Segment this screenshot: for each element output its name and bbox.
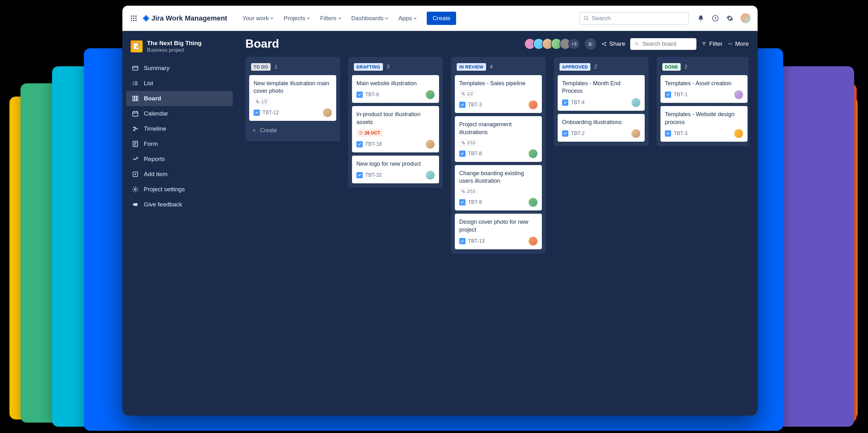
help-icon[interactable]: ? bbox=[711, 14, 720, 23]
list-icon bbox=[132, 80, 139, 87]
project-header[interactable]: 📝 The Next Big Thing Business project bbox=[126, 40, 233, 61]
issue-key[interactable]: TBT-3 bbox=[459, 102, 482, 108]
board-column: TO DO1New template illustration main cov… bbox=[245, 57, 340, 141]
app-switcher-icon[interactable] bbox=[129, 13, 139, 23]
add-person-button[interactable] bbox=[585, 38, 596, 50]
notifications-icon[interactable] bbox=[696, 14, 705, 23]
card-footer: TBT-6 bbox=[356, 90, 435, 99]
issue-card[interactable]: New logo for new productTBT-32 bbox=[352, 155, 439, 183]
assignee-avatar[interactable] bbox=[529, 198, 537, 207]
assignee-avatar[interactable] bbox=[734, 90, 743, 99]
more-button[interactable]: More bbox=[727, 40, 749, 47]
profile-avatar[interactable] bbox=[740, 12, 751, 24]
sidebar-item-feedback[interactable]: Give feedback bbox=[126, 197, 233, 212]
card-footer: TBT-2 bbox=[562, 129, 640, 138]
sidebar-item-summary[interactable]: Summary bbox=[126, 61, 233, 76]
issue-key[interactable]: TBT-18 bbox=[356, 141, 382, 147]
issue-key[interactable]: TBT-32 bbox=[356, 172, 382, 178]
nav-apps[interactable]: Apps bbox=[394, 12, 421, 24]
sidebar-item-board[interactable]: Board bbox=[126, 91, 233, 106]
issue-key[interactable]: TBT-3 bbox=[665, 131, 688, 137]
issue-key[interactable]: TBT-4 bbox=[562, 99, 585, 106]
global-search[interactable]: Search bbox=[579, 12, 689, 25]
subtask-icon bbox=[461, 92, 465, 96]
filter-button[interactable]: Filter bbox=[702, 40, 722, 47]
assignee-avatar[interactable] bbox=[631, 129, 640, 138]
create-issue-button[interactable]: Create bbox=[249, 124, 336, 137]
svg-line-37 bbox=[603, 44, 605, 45]
nav-filters[interactable]: Filters bbox=[316, 12, 346, 24]
assignee-avatar[interactable] bbox=[529, 149, 537, 158]
issue-card[interactable]: Templates - Month End ProcessTBT-4 bbox=[558, 75, 645, 111]
task-type-icon bbox=[562, 131, 568, 137]
issue-key[interactable]: TBT-9 bbox=[459, 199, 482, 205]
column-header[interactable]: IN REVIEW4 bbox=[455, 61, 542, 72]
column-header[interactable]: TO DO1 bbox=[249, 61, 336, 72]
svg-point-30 bbox=[589, 42, 591, 44]
svg-rect-14 bbox=[137, 96, 138, 101]
column-header[interactable]: DONE2 bbox=[660, 61, 747, 72]
settings-icon[interactable] bbox=[725, 14, 734, 23]
assignee-avatar[interactable] bbox=[529, 100, 537, 109]
issue-card[interactable]: In-product tour illustration assets28 OC… bbox=[352, 106, 439, 152]
sidebar-item-calendar[interactable]: Calendar bbox=[126, 106, 233, 121]
sidebar-item-form[interactable]: Form bbox=[126, 136, 233, 151]
issue-card[interactable]: Onboarding illustrationsTBT-2 bbox=[558, 114, 645, 142]
sidebar-item-reports[interactable]: Reports bbox=[126, 151, 233, 167]
issue-card[interactable]: Templates - Asset creationTBT-1 bbox=[660, 75, 747, 103]
issue-key[interactable]: TBT-6 bbox=[356, 91, 379, 98]
sidebar-label: Form bbox=[144, 140, 158, 147]
issue-card[interactable]: Project management illustrations2/10TBT-… bbox=[455, 116, 542, 162]
due-date-badge: 28 OCT bbox=[356, 129, 382, 137]
assignee-avatar[interactable] bbox=[426, 171, 435, 180]
svg-point-29 bbox=[134, 189, 136, 190]
nav-projects[interactable]: Projects bbox=[279, 12, 314, 24]
issue-key[interactable]: TBT-1 bbox=[665, 91, 688, 98]
card-title: In-product tour illustration assets bbox=[356, 111, 435, 126]
svg-point-0 bbox=[584, 16, 588, 20]
column-header[interactable]: DRAFTING3 bbox=[352, 61, 439, 72]
assignee-avatar[interactable] bbox=[529, 237, 537, 246]
subtask-icon bbox=[256, 100, 259, 104]
avatar-overflow[interactable]: +3 bbox=[568, 38, 580, 50]
timeline-icon bbox=[132, 125, 139, 132]
search-icon bbox=[584, 16, 589, 21]
svg-rect-12 bbox=[133, 96, 134, 101]
task-type-icon bbox=[459, 102, 466, 108]
assignee-avatar[interactable] bbox=[426, 90, 435, 99]
sidebar-item-list[interactable]: List bbox=[126, 76, 233, 91]
assignee-avatar[interactable] bbox=[631, 98, 640, 107]
product-logo[interactable]: Jira Work Management bbox=[143, 14, 227, 22]
issue-card[interactable]: New template illustration main cover pho… bbox=[249, 75, 336, 121]
issue-card[interactable]: Main website illustrationTBT-6 bbox=[352, 75, 439, 103]
sidebar-item-settings[interactable]: Project settings bbox=[126, 182, 233, 197]
sidebar-item-add[interactable]: Add item bbox=[126, 167, 233, 182]
assignee-avatar[interactable] bbox=[426, 140, 435, 149]
issue-key[interactable]: TBT-12 bbox=[254, 110, 279, 116]
task-type-icon bbox=[356, 172, 363, 178]
issue-card[interactable]: Change-boarding existing users illustrat… bbox=[455, 165, 542, 211]
board-search[interactable] bbox=[630, 38, 696, 50]
create-button[interactable]: Create bbox=[427, 12, 456, 25]
nav-your-work[interactable]: Your work bbox=[238, 12, 278, 24]
issue-key[interactable]: TBT-2 bbox=[562, 131, 585, 137]
card-footer: TBT-3 bbox=[665, 129, 743, 138]
nav-dashboards[interactable]: Dashboards bbox=[347, 12, 393, 24]
issue-key[interactable]: TBT-8 bbox=[459, 150, 482, 157]
assignee-avatar[interactable] bbox=[323, 108, 332, 117]
share-button[interactable]: Share bbox=[601, 40, 625, 47]
issue-card[interactable]: Design cover photo for new projectTBT-13 bbox=[455, 214, 542, 249]
add-item-icon bbox=[132, 171, 139, 178]
issue-key[interactable]: TBT-13 bbox=[459, 238, 485, 244]
sidebar-item-timeline[interactable]: Timeline bbox=[126, 121, 233, 136]
gear-icon bbox=[132, 186, 139, 193]
issue-card[interactable]: Templates - Sales pipeline1/2TBT-3 bbox=[455, 75, 542, 113]
chevron-down-icon bbox=[270, 17, 274, 20]
board-search-input[interactable] bbox=[642, 41, 692, 47]
issue-card[interactable]: Templates - Website design processTBT-3 bbox=[660, 106, 747, 142]
assignee-avatar[interactable] bbox=[734, 129, 743, 138]
more-icon bbox=[727, 41, 733, 47]
column-header[interactable]: APPROVED2 bbox=[558, 61, 645, 72]
avatar-stack[interactable]: +3 bbox=[524, 38, 580, 50]
card-footer: TBT-1 bbox=[665, 90, 743, 99]
